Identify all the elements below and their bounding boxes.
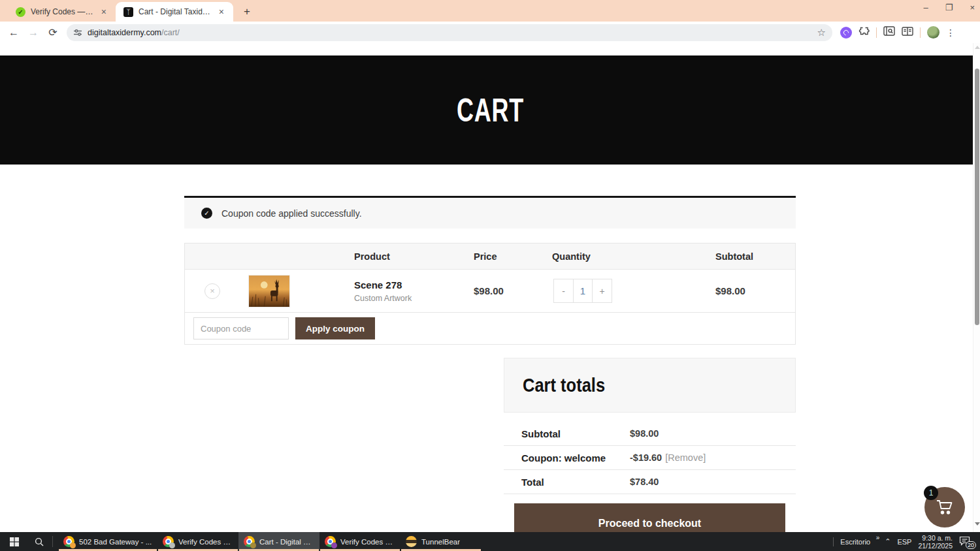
tab-title: Verify Codes — SimplyCodes — [31, 7, 93, 16]
simplycodes-extension-icon[interactable] — [840, 27, 852, 39]
quantity-decrease-button[interactable]: - — [553, 279, 573, 303]
desktop-toolbar[interactable]: Escritorio » — [840, 538, 878, 546]
coupon-success-notice: ✓ Coupon code applied successfully. — [184, 196, 796, 228]
totals-label: Total — [521, 477, 630, 488]
totals-value: -$19.60[Remove] — [630, 452, 796, 463]
quantity-increase-button[interactable]: + — [593, 279, 612, 303]
tab-simplycodes[interactable]: ✓ Verify Codes — SimplyCodes × — [8, 2, 116, 22]
side-panel-search-icon[interactable] — [883, 26, 895, 39]
browser-tab-strip: ✓ Verify Codes — SimplyCodes × ᛉ Cart - … — [0, 0, 980, 22]
totals-value: $78.40 — [630, 477, 796, 487]
scroll-up-arrow-icon[interactable] — [975, 46, 980, 49]
tab-close-icon[interactable]: × — [216, 7, 227, 17]
url-text[interactable]: digitaltaxidermy.com/cart/ — [88, 28, 812, 37]
success-check-icon: ✓ — [201, 208, 212, 219]
coupon-discount: -$19.60 — [630, 452, 662, 463]
notice-text: Coupon code applied successfully. — [221, 208, 362, 219]
action-center-button[interactable]: 20 — [959, 536, 973, 547]
screen: ✓ Verify Codes — SimplyCodes × ᛉ Cart - … — [0, 0, 980, 551]
totals-label: Coupon: welcome — [521, 452, 630, 464]
tray-date: 21/12/2025 — [918, 542, 953, 550]
quantity-input[interactable] — [573, 279, 593, 303]
taskbar-app-label: 502 Bad Gateway - ... — [79, 538, 152, 546]
forward-button[interactable]: → — [25, 27, 42, 39]
coupon-row: Apply coupon — [185, 313, 795, 344]
desktop-label: Escritorio — [840, 538, 870, 546]
cart-count-badge: 1 — [924, 486, 938, 500]
floating-cart-button[interactable]: 1 — [924, 487, 965, 527]
shopping-cart-icon — [936, 499, 954, 516]
cart-totals-title: Cart totals — [523, 374, 605, 396]
remove-coupon-link[interactable]: [Remove] — [665, 452, 706, 463]
browser-menu-icon[interactable]: ⋮ — [946, 27, 955, 38]
taskbar-app-label: Verify Codes — Sim... — [340, 538, 395, 546]
cart-table-header: Product Price Quantity Subtotal — [185, 244, 795, 270]
taskbar-separator — [52, 536, 53, 547]
extensions-puzzle-icon[interactable] — [858, 25, 870, 39]
system-tray: Escritorio » ⌃ ESP 9:30 a. m. 21/12/2025… — [833, 532, 980, 551]
tab-close-icon[interactable]: × — [99, 7, 109, 17]
cart-totals: Cart totals Subtotal $98.00 Coupon: welc… — [504, 358, 796, 532]
taskbar-app-verify-codes-2[interactable]: Verify Codes — Sim... — [319, 532, 400, 551]
scroll-down-arrow-icon[interactable] — [975, 522, 980, 526]
address-bar[interactable]: digitaltaxidermy.com/cart/ ☆ — [67, 24, 832, 41]
col-subtotal: Subtotal — [715, 251, 795, 262]
refresh-button[interactable]: ⟳ — [44, 26, 61, 39]
taskbar-app-label: Cart - Digital Taxide... — [259, 538, 314, 546]
site-settings-icon[interactable] — [73, 28, 82, 37]
taskbar-app-cart-active[interactable]: Cart - Digital Taxide... — [238, 532, 319, 551]
page-title: CART — [457, 91, 524, 129]
clock[interactable]: 9:30 a. m. 21/12/2025 — [918, 534, 953, 550]
proceed-to-checkout-button[interactable]: Proceed to checkout — [514, 503, 785, 532]
taskbar-app-tunnelbear[interactable]: TunnelBear — [400, 532, 482, 551]
cart-container: ✓ Coupon code applied successfully. Prod… — [184, 196, 796, 532]
bookmark-star-icon[interactable]: ☆ — [817, 27, 826, 39]
coupon-code-input[interactable] — [193, 317, 289, 339]
tab-title: Cart - Digital Taxidermy — [139, 7, 211, 16]
taskbar-search-button[interactable] — [29, 532, 50, 551]
close-window-button[interactable]: × — [970, 3, 975, 12]
reading-list-book-icon[interactable] — [902, 27, 913, 39]
window-controls: – ❐ × — [924, 3, 975, 12]
taskbar-app-bad-gateway[interactable]: 502 Bad Gateway - ... — [58, 532, 157, 551]
minimize-button[interactable]: – — [924, 3, 928, 12]
search-icon — [35, 537, 44, 546]
col-product: Product — [354, 251, 474, 262]
cart-table: Product Price Quantity Subtotal × — [184, 243, 796, 345]
totals-value: $98.00 — [630, 428, 796, 439]
toolbar-separator — [876, 27, 877, 38]
back-button[interactable]: ← — [5, 27, 22, 39]
cart-totals-rows: Subtotal $98.00 Coupon: welcome -$19.60[… — [504, 422, 796, 494]
show-hidden-icons-button[interactable]: ⌃ — [885, 537, 890, 546]
col-quantity: Quantity — [552, 251, 715, 262]
totals-label: Subtotal — [521, 428, 630, 439]
totals-row-subtotal: Subtotal $98.00 — [504, 422, 796, 446]
new-tab-button[interactable]: + — [240, 5, 254, 18]
scrollbar-thumb[interactable] — [975, 69, 979, 325]
tray-time: 9:30 a. m. — [918, 534, 953, 542]
profile-avatar[interactable] — [927, 26, 939, 39]
url-path: /cart/ — [161, 28, 180, 37]
taskbar-app-label: Verify Codes — Sim... — [178, 538, 233, 546]
chrome-icon — [163, 536, 174, 547]
taskbar-app-verify-codes-1[interactable]: Verify Codes — Sim... — [157, 532, 238, 551]
chrome-icon — [325, 536, 336, 547]
product-name[interactable]: Scene 278 — [354, 279, 474, 291]
tab-cart-digital-taxidermy[interactable]: ᛉ Cart - Digital Taxidermy × — [116, 2, 233, 22]
restore-button[interactable]: ❐ — [945, 3, 953, 12]
windows-logo-icon — [10, 537, 19, 546]
tunnelbear-icon — [406, 536, 417, 547]
simplycodes-favicon-icon: ✓ — [16, 7, 25, 17]
start-button[interactable] — [0, 532, 29, 551]
cart-item-row: × — [185, 270, 795, 313]
windows-taskbar: 502 Bad Gateway - ... Verify Codes — Sim… — [0, 532, 980, 551]
chrome-icon — [63, 536, 74, 547]
col-price: Price — [474, 251, 552, 262]
chevrons-icon[interactable]: » — [876, 534, 880, 541]
product-thumbnail[interactable] — [248, 275, 290, 307]
digital-taxidermy-favicon-icon: ᛉ — [123, 7, 133, 17]
apply-coupon-button[interactable]: Apply coupon — [295, 317, 375, 339]
page-scrollbar[interactable] — [973, 43, 980, 532]
language-indicator[interactable]: ESP — [897, 538, 911, 546]
remove-item-button[interactable]: × — [204, 283, 220, 299]
